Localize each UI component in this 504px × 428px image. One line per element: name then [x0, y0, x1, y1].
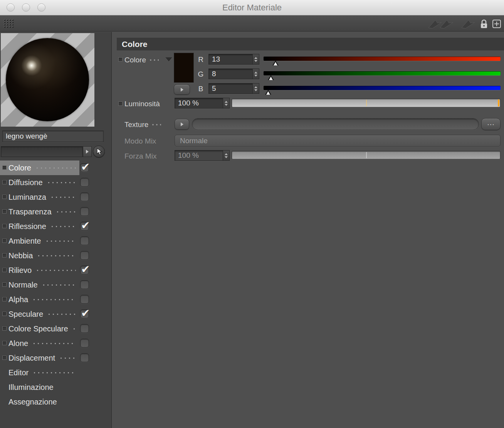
green-value: 8 — [209, 70, 252, 78]
stepper-arrows[interactable] — [252, 69, 259, 79]
channel-mini-checkbox[interactable] — [2, 239, 7, 243]
red-value-field[interactable]: 13 — [208, 54, 259, 65]
channel-row[interactable]: Colore ✔ — [0, 160, 111, 175]
arrow-icon[interactable] — [460, 18, 475, 29]
channel-row[interactable]: Normale ✔ — [0, 278, 111, 292]
brightness-enable-checkbox[interactable] — [118, 102, 123, 106]
red-slider[interactable] — [264, 57, 501, 61]
popup-arrow-button[interactable] — [83, 146, 92, 157]
triangle-right-icon — [181, 122, 183, 126]
brightness-label: Luminosità — [124, 99, 160, 109]
green-slider-handle[interactable] — [268, 75, 274, 80]
channel-row[interactable]: Riflessione ✔ — [0, 219, 111, 234]
color-enable-checkbox[interactable] — [118, 57, 123, 62]
channel-mini-checkbox[interactable] — [2, 253, 7, 257]
channel-row[interactable]: Luminanza ✔ — [0, 190, 111, 204]
channel-mini-checkbox[interactable] — [2, 180, 7, 184]
color-swatch[interactable] — [174, 53, 194, 83]
channel-checkbox[interactable]: ✔ — [80, 295, 89, 304]
lock-icon[interactable] — [479, 18, 489, 29]
channel-mini-checkbox[interactable] — [2, 356, 7, 360]
channel-row[interactable]: Alpha ✔ — [0, 292, 111, 307]
stepper-arrows[interactable] — [223, 98, 229, 108]
mix-strength-value-field[interactable]: 100 % — [175, 150, 230, 161]
channel-checkbox[interactable]: ✔ — [80, 222, 89, 231]
channel-mini-checkbox[interactable] — [2, 297, 7, 301]
channel-row[interactable]: Displacement ✔ — [0, 351, 111, 365]
mix-strength-label: Forza Mix — [124, 151, 156, 162]
channel-mini-checkbox[interactable] — [2, 326, 7, 331]
channel-checkbox[interactable]: ✔ — [80, 309, 89, 318]
stepper-arrows[interactable] — [252, 84, 259, 94]
channel-row[interactable]: Speculare ✔ — [0, 307, 111, 321]
channel-mini-checkbox[interactable] — [2, 166, 7, 170]
blue-value-field[interactable]: 5 — [208, 83, 259, 94]
channel-checkbox[interactable]: ✔ — [80, 207, 89, 216]
brightness-value: 100 % — [175, 99, 223, 107]
grip-icon[interactable] — [4, 19, 15, 28]
channel-checkbox[interactable]: ✔ — [80, 163, 89, 172]
channel-row[interactable]: Trasparenza ✔ — [0, 204, 111, 219]
channel-checkbox[interactable]: ✔ — [80, 192, 89, 201]
brightness-value-field[interactable]: 100 % — [175, 98, 230, 109]
close-button[interactable] — [7, 3, 15, 12]
channel-row[interactable]: Ambiente ✔ — [0, 234, 111, 248]
channel-row[interactable]: Nebbia ✔ — [0, 248, 111, 263]
green-value-field[interactable]: 8 — [208, 69, 259, 79]
triangle-right-icon — [181, 88, 183, 92]
channel-row[interactable]: Assegnazione — [0, 395, 111, 409]
channel-row[interactable]: Illuminazione — [0, 380, 111, 395]
channel-checkbox[interactable]: ✔ — [80, 251, 89, 260]
add-icon[interactable] — [492, 20, 501, 28]
texture-browse-button[interactable]: ... — [481, 118, 501, 130]
channel-checkbox[interactable]: ✔ — [80, 353, 89, 362]
channel-checkbox[interactable]: ✔ — [80, 280, 89, 289]
pick-button[interactable] — [93, 145, 105, 157]
dot-leader — [72, 326, 76, 331]
channel-mini-checkbox[interactable] — [2, 209, 7, 214]
chevron-down-icon[interactable] — [165, 57, 172, 62]
brightness-slider-handle[interactable] — [498, 99, 499, 107]
channel-mini-checkbox[interactable] — [2, 268, 7, 272]
mix-strength-slider[interactable] — [232, 151, 501, 159]
channel-mini-checkbox[interactable] — [2, 224, 7, 228]
channel-mini-checkbox[interactable] — [2, 312, 7, 316]
cursor-icon — [96, 148, 102, 155]
channel-label: Normale — [8, 281, 38, 289]
brightness-slider[interactable] — [232, 99, 501, 107]
red-slider-handle[interactable] — [272, 60, 279, 65]
green-slider[interactable] — [264, 71, 501, 75]
material-preview[interactable] — [1, 33, 94, 127]
channel-row[interactable]: Colore Speculare ✔ — [0, 321, 111, 336]
color-popup-button[interactable] — [174, 84, 190, 95]
zoom-button[interactable] — [37, 3, 45, 12]
stepper-arrows[interactable] — [223, 150, 229, 160]
apply-arrows-icon[interactable] — [427, 18, 456, 29]
material-name-input[interactable] — [2, 130, 104, 142]
blue-slider[interactable] — [264, 86, 501, 90]
preview-option-field[interactable] — [1, 146, 83, 157]
channel-checkbox[interactable]: ✔ — [80, 339, 89, 348]
channel-row[interactable]: Diffusione ✔ — [0, 175, 111, 190]
channel-row[interactable]: Editor — [0, 365, 111, 380]
dot-leader — [35, 165, 76, 171]
dot-leader — [37, 253, 76, 258]
channel-checkbox[interactable]: ✔ — [80, 178, 89, 187]
channel-mini-checkbox[interactable] — [2, 195, 7, 199]
blue-slider-handle[interactable] — [265, 90, 271, 95]
minimize-button[interactable] — [22, 3, 30, 12]
channel-checkbox[interactable]: ✔ — [80, 324, 89, 333]
stepper-arrows[interactable] — [252, 54, 259, 64]
channel-checkbox[interactable]: ✔ — [80, 266, 89, 274]
texture-path-field[interactable] — [192, 118, 479, 130]
dot-leader — [32, 341, 76, 346]
channel-row[interactable]: Rilievo ✔ — [0, 263, 111, 278]
channel-mini-checkbox[interactable] — [2, 283, 7, 287]
mix-mode-dropdown[interactable]: Normale — [175, 135, 501, 147]
channel-checkbox[interactable]: ✔ — [80, 236, 89, 245]
channel-mini-checkbox[interactable] — [2, 341, 7, 345]
channel-label: Editor — [8, 368, 29, 377]
texture-popup-button[interactable] — [175, 119, 189, 130]
checkmark-icon: ✔ — [81, 160, 90, 173]
channel-row[interactable]: Alone ✔ — [0, 336, 111, 351]
